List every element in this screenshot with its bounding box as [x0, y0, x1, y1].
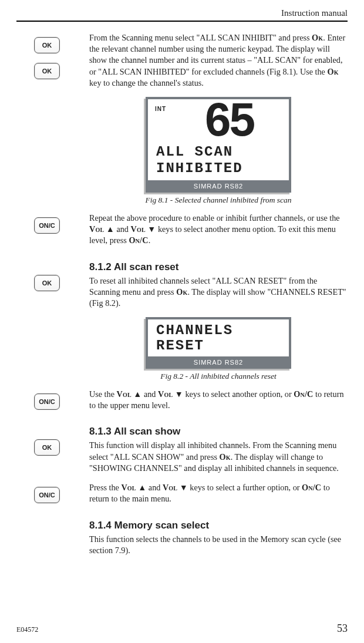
lcd-brand-label: SIMRAD RS82: [148, 356, 289, 369]
ok-smallcaps: Ok: [219, 452, 230, 462]
vol-smallcaps: Vol: [158, 389, 173, 399]
onc-smallcaps: On/C: [129, 235, 148, 245]
text: and: [144, 389, 158, 399]
body-paragraph: Repeat the above procedure to enable or …: [89, 213, 348, 247]
body-paragraph: Use the Vol ▲ and Vol ▼ keys to select a…: [89, 389, 348, 411]
ok-key-icon: OK: [34, 63, 60, 79]
text: Press the: [89, 483, 121, 492]
triangle-up-icon: ▲: [104, 224, 116, 234]
header-rule: [16, 21, 348, 22]
lcd-channel-number: 65: [174, 102, 283, 143]
page-number: 53: [337, 622, 348, 635]
body-paragraph: From the Scanning menu select "ALL SCAN …: [89, 32, 348, 89]
vol-smallcaps: Vol: [121, 483, 136, 492]
onc-key-icon: ON/C: [34, 487, 60, 503]
triangle-down-icon: ▼: [177, 483, 190, 492]
lcd-line2: INHIBITED: [156, 161, 283, 176]
lcd-brand-label: SIMRAD RS82: [148, 180, 289, 193]
body-paragraph: To reset all inhibited channels select "…: [89, 275, 348, 309]
lcd-int-label: INT: [155, 105, 166, 113]
ok-key-icon: OK: [34, 439, 60, 456]
figure-caption: Fig 8.2 - All inhibited channels reset: [89, 371, 348, 382]
section-heading: 8.1.4 Memory scan select: [89, 519, 348, 533]
vol-smallcaps: Vol: [117, 389, 132, 399]
text: and: [116, 224, 130, 234]
onc-smallcaps: On/C: [302, 483, 321, 492]
lcd-line1: CHANNELS: [156, 323, 283, 338]
onc-smallcaps: On/C: [294, 389, 313, 399]
triangle-up-icon: ▲: [136, 483, 149, 492]
lcd-screen: INT 65 ALL SCAN INHIBITED: [148, 99, 289, 180]
figure-caption: Fig 8.1 - Selected channel inhibited fro…: [89, 195, 348, 206]
triangle-down-icon: ▼: [146, 224, 158, 234]
vol-smallcaps: Vol: [130, 224, 145, 234]
onc-key-icon: ON/C: [34, 217, 60, 234]
text: Use the: [89, 389, 117, 399]
text: .: [149, 235, 151, 245]
body-paragraph: Press the Vol ▲ and Vol ▼ keys to select…: [89, 482, 348, 504]
vol-smallcaps: Vol: [163, 483, 177, 492]
vol-smallcaps: Vol: [89, 224, 104, 234]
ok-smallcaps: Ok: [312, 33, 323, 42]
running-header: Instruction manual: [16, 8, 348, 19]
lcd-line2: RESET: [156, 338, 283, 353]
doc-number: E04572: [16, 625, 38, 634]
ok-key-icon: OK: [34, 37, 60, 53]
text: keys to select another option, or: [185, 389, 294, 399]
ok-smallcaps: Ok: [176, 287, 187, 297]
ok-smallcaps: Ok: [327, 67, 338, 76]
body-paragraph: This function selects the channels to be…: [89, 534, 348, 556]
triangle-up-icon: ▲: [132, 389, 144, 399]
section-heading: 8.1.2 All scan reset: [89, 261, 348, 274]
section-heading: 8.1.3 All scan show: [89, 425, 348, 439]
text: From the Scanning menu select "ALL SCAN …: [89, 33, 312, 42]
onc-key-icon: ON/C: [34, 393, 60, 410]
lcd-screen: CHANNELS RESET: [148, 319, 289, 356]
ok-key-icon: OK: [34, 275, 60, 291]
body-paragraph: This function will display all inhibited…: [89, 440, 348, 474]
text: Repeat the above procedure to enable or …: [89, 213, 340, 223]
lcd-screenshot-1: INT 65 ALL SCAN INHIBITED SIMRAD RS82: [146, 97, 291, 193]
text: keys to select a further option, or: [190, 483, 302, 492]
text: and: [149, 483, 163, 492]
lcd-screenshot-2: CHANNELS RESET SIMRAD RS82: [146, 317, 291, 368]
text: key to change the channel's status.: [89, 78, 204, 87]
triangle-down-icon: ▼: [173, 389, 185, 399]
